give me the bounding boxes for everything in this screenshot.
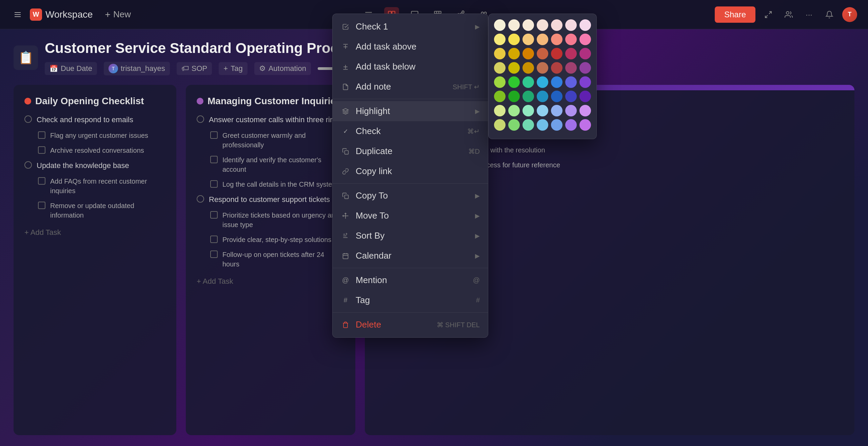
- workspace-button[interactable]: W Workspace: [24, 6, 98, 23]
- color-swatch[interactable]: [565, 48, 577, 59]
- task-item[interactable]: Check and respond to emails: [24, 115, 165, 125]
- color-swatch[interactable]: [508, 62, 520, 74]
- menu-item-duplicate[interactable]: Duplicate ⌘D: [333, 141, 488, 161]
- nav-expand-icon[interactable]: [761, 7, 776, 22]
- color-swatch[interactable]: [522, 76, 534, 88]
- task-item[interactable]: Update the knowledge base: [24, 161, 165, 171]
- task-item[interactable]: Add FAQs from recent customer inquiries: [24, 176, 165, 196]
- color-swatch[interactable]: [565, 62, 577, 74]
- menu-item-check1[interactable]: Check 1 ▶: [333, 17, 488, 37]
- menu-item-sort-by[interactable]: Sort By ▶: [333, 226, 488, 246]
- nav-people-icon[interactable]: [781, 7, 796, 22]
- color-swatch[interactable]: [494, 76, 506, 88]
- color-swatch[interactable]: [522, 34, 534, 45]
- task-item[interactable]: Greet customer warmly and professionally: [197, 131, 344, 150]
- color-swatch[interactable]: [579, 76, 591, 88]
- task-checkbox-square[interactable]: [38, 202, 45, 209]
- task-checkbox-square[interactable]: [38, 177, 45, 185]
- color-swatch[interactable]: [551, 91, 563, 102]
- color-swatch[interactable]: [565, 76, 577, 88]
- color-swatch[interactable]: [508, 105, 520, 116]
- nav-more-icon[interactable]: ···: [802, 7, 816, 22]
- meta-user[interactable]: T tristan_hayes: [104, 62, 170, 75]
- color-swatch[interactable]: [494, 34, 506, 45]
- color-swatch[interactable]: [565, 34, 577, 45]
- menu-item-mention[interactable]: @ Mention @: [333, 270, 488, 290]
- color-swatch[interactable]: [551, 34, 563, 45]
- color-swatch[interactable]: [537, 91, 548, 102]
- avatar[interactable]: T: [842, 7, 857, 22]
- nav-bell-icon[interactable]: [822, 7, 837, 22]
- menu-item-delete[interactable]: Delete ⌘ SHIFT DEL: [333, 315, 488, 335]
- meta-automation[interactable]: ⚙ Automation: [254, 62, 311, 75]
- task-item[interactable]: Prioritize tickets based on urgency and …: [197, 210, 344, 229]
- meta-due-date[interactable]: 📅 Due Date: [45, 62, 97, 75]
- color-swatch[interactable]: [537, 62, 548, 74]
- color-swatch[interactable]: [551, 119, 563, 131]
- color-swatch[interactable]: [551, 48, 563, 59]
- menu-item-add-note[interactable]: Add note SHIFT ↵: [333, 77, 488, 97]
- menu-item-add-above[interactable]: Add task above: [333, 37, 488, 57]
- task-item[interactable]: Log the call details in the CRM system: [197, 180, 344, 189]
- task-checkbox-square[interactable]: [210, 211, 218, 219]
- task-checkbox-circle[interactable]: [197, 115, 204, 123]
- color-swatch[interactable]: [537, 34, 548, 45]
- color-swatch[interactable]: [508, 91, 520, 102]
- hamburger-icon[interactable]: [11, 8, 24, 21]
- color-swatch[interactable]: [494, 62, 506, 74]
- color-swatch[interactable]: [522, 48, 534, 59]
- color-swatch[interactable]: [579, 105, 591, 116]
- task-item[interactable]: Remove or update outdated information: [24, 201, 165, 220]
- task-checkbox-square[interactable]: [210, 131, 218, 139]
- menu-item-copy-link[interactable]: Copy link: [333, 161, 488, 181]
- task-item[interactable]: Answer customer calls within three rings: [197, 115, 344, 125]
- color-swatch[interactable]: [508, 48, 520, 59]
- color-swatch[interactable]: [579, 34, 591, 45]
- color-swatch[interactable]: [579, 19, 591, 31]
- menu-item-tag[interactable]: # Tag #: [333, 290, 488, 310]
- share-button[interactable]: Share: [715, 6, 755, 23]
- color-swatch[interactable]: [494, 19, 506, 31]
- menu-item-add-below[interactable]: Add task below: [333, 57, 488, 77]
- task-checkbox-circle[interactable]: [24, 115, 32, 123]
- color-swatch[interactable]: [508, 19, 520, 31]
- color-swatch[interactable]: [537, 76, 548, 88]
- color-swatch[interactable]: [565, 119, 577, 131]
- meta-tag[interactable]: 🏷 SOP: [177, 62, 212, 75]
- color-swatch[interactable]: [522, 119, 534, 131]
- color-swatch[interactable]: [565, 91, 577, 102]
- color-swatch[interactable]: [522, 105, 534, 116]
- color-swatch[interactable]: [537, 119, 548, 131]
- color-swatch[interactable]: [579, 62, 591, 74]
- new-button[interactable]: + New: [98, 6, 138, 23]
- color-swatch[interactable]: [565, 19, 577, 31]
- task-checkbox-circle[interactable]: [197, 195, 204, 203]
- menu-item-move-to[interactable]: Move To ▶: [333, 206, 488, 226]
- menu-item-copy-to[interactable]: Copy To ▶: [333, 186, 488, 206]
- task-checkbox-circle[interactable]: [24, 161, 32, 169]
- task-item[interactable]: Flag any urgent customer issues: [24, 131, 165, 140]
- task-checkbox-square[interactable]: [210, 250, 218, 258]
- task-item[interactable]: Respond to customer support tickets: [197, 194, 344, 205]
- color-swatch[interactable]: [522, 19, 534, 31]
- add-task-button-col2[interactable]: + Add Task: [197, 274, 344, 289]
- add-task-button-col1[interactable]: + Add Task: [24, 225, 165, 240]
- meta-add-tag[interactable]: + Tag: [219, 62, 247, 75]
- color-swatch[interactable]: [551, 105, 563, 116]
- task-checkbox-square[interactable]: [210, 156, 218, 163]
- color-swatch[interactable]: [494, 48, 506, 59]
- color-swatch[interactable]: [494, 91, 506, 102]
- task-item[interactable]: Provide clear, step-by-step solutions: [197, 235, 344, 244]
- task-item[interactable]: Follow-up on open tickets after 24 hours…: [197, 250, 344, 269]
- color-swatch[interactable]: [537, 19, 548, 31]
- color-swatch[interactable]: [579, 48, 591, 59]
- color-swatch[interactable]: [508, 34, 520, 45]
- color-swatch[interactable]: [579, 91, 591, 102]
- menu-item-calendar[interactable]: Calendar ▶: [333, 246, 488, 266]
- color-swatch[interactable]: [551, 76, 563, 88]
- color-swatch[interactable]: [508, 76, 520, 88]
- color-swatch[interactable]: [537, 105, 548, 116]
- task-checkbox-square[interactable]: [38, 146, 45, 154]
- menu-item-check[interactable]: ✓ Check ⌘↵: [333, 121, 488, 141]
- color-swatch[interactable]: [494, 119, 506, 131]
